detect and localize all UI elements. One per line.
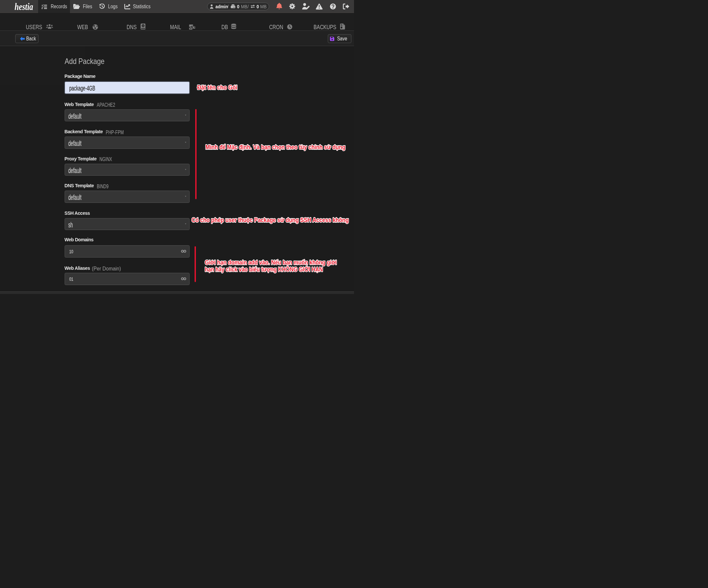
svg-text:hạn hãy click vào biểu tượng K: hạn hãy click vào biểu tượng KHÔNG GIỚI …: [205, 265, 323, 272]
svg-text:Giới hạn domain add vào. Nếu b: Giới hạn domain add vào. Nếu bạn muốn kh…: [205, 259, 337, 266]
svg-text:hestia: hestia: [14, 1, 33, 12]
svg-text:Đặt tên cho Gói: Đặt tên cho Gói: [197, 84, 237, 91]
svg-text:Mình để Mặc định. Và bạn chọn: Mình để Mặc định. Và bạn chọn theo tùy c…: [206, 144, 345, 150]
svg-text:Có cho phép user thuộc Package: Có cho phép user thuộc Package sử dụng S…: [191, 216, 349, 224]
